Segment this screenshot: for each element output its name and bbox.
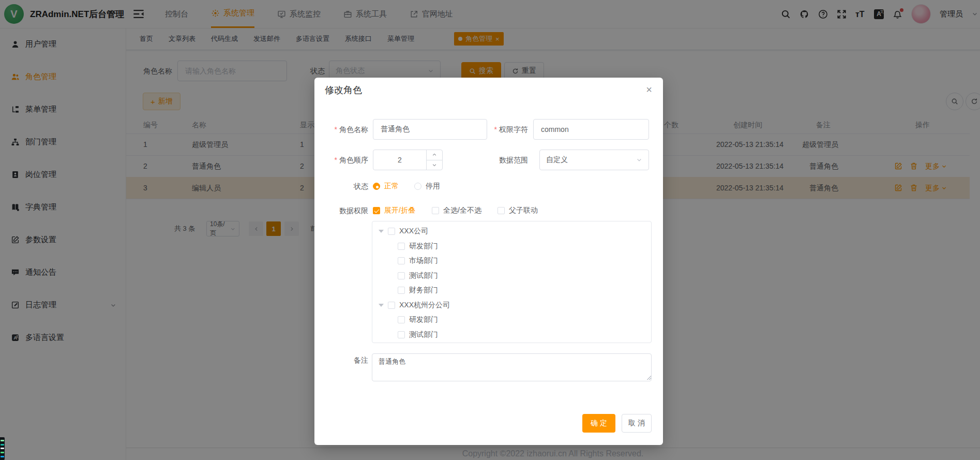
data-scope-value: 自定义 xyxy=(546,155,568,165)
tree-node-label: 市场部门 xyxy=(409,256,438,265)
tree-expand-icon[interactable] xyxy=(379,304,384,307)
dialog-role-name-field[interactable] xyxy=(380,125,480,134)
devtools-stripe xyxy=(1,452,4,453)
tree-node-label: 测试部门 xyxy=(409,271,438,280)
devtools-stripe xyxy=(1,456,4,457)
checkbox-box[interactable] xyxy=(398,316,405,323)
checkbox-expand-collapse[interactable]: 展开/折叠 xyxy=(373,206,432,215)
radio-disabled[interactable]: 停用 xyxy=(414,182,440,191)
checkbox-label: 父子联动 xyxy=(509,206,538,215)
checkbox-box[interactable] xyxy=(398,331,405,338)
data-scope-label: 数据范围 xyxy=(481,150,528,170)
tree-node[interactable]: XXX杭州分公司 xyxy=(372,298,651,313)
tree-node[interactable]: XXX公司 xyxy=(372,224,651,239)
tree-node[interactable]: 研发部门 xyxy=(372,313,651,328)
radio-dot xyxy=(414,183,421,190)
status-label: 状态 xyxy=(322,176,368,197)
tree-node-label: 研发部门 xyxy=(409,242,438,251)
tree-node[interactable]: 测试部门 xyxy=(372,328,651,343)
data-perm-options: 展开/折叠 全选/全不选 父子联动 xyxy=(373,200,538,221)
tree-node[interactable]: 财务部门 xyxy=(372,283,651,298)
checkbox-box[interactable] xyxy=(388,228,395,235)
stepper-controls xyxy=(426,150,442,170)
checkbox-select-all[interactable]: 全选/全不选 xyxy=(432,206,497,215)
role-sort-label: 角色顺序 xyxy=(322,150,368,170)
radio-label: 正常 xyxy=(384,182,399,191)
radio-normal[interactable]: 正常 xyxy=(373,182,399,191)
dialog-title: 修改角色 xyxy=(325,84,362,96)
role-sort-value[interactable]: 2 xyxy=(373,150,426,170)
stepper-down-button[interactable] xyxy=(427,160,442,170)
dialog-role-name-input[interactable] xyxy=(373,119,487,140)
department-tree: XXX公司 研发部门 市场部门 测试部门 财务部门 XXX杭州分公司 xyxy=(372,221,652,343)
checkbox-box[interactable] xyxy=(398,272,405,279)
tree-node-label: 测试部门 xyxy=(409,330,438,339)
tree-node-label: 研发部门 xyxy=(409,315,438,324)
checkbox-box xyxy=(373,207,380,214)
role-name-label: 角色名称 xyxy=(322,119,368,140)
checkbox-label: 展开/折叠 xyxy=(384,206,415,215)
remark-textarea[interactable]: 普通角色 xyxy=(372,353,652,381)
confirm-button[interactable]: 确 定 xyxy=(582,414,615,433)
devtools-stripe xyxy=(1,440,4,441)
tree-node-label: XXX杭州分公司 xyxy=(399,301,450,310)
checkbox-box[interactable] xyxy=(398,257,405,264)
checkbox-box xyxy=(497,207,505,214)
devtools-widget[interactable] xyxy=(0,437,5,460)
tree-node[interactable]: 研发部门 xyxy=(372,239,651,254)
checkbox-box[interactable] xyxy=(388,302,395,309)
tree-expand-icon[interactable] xyxy=(379,230,384,233)
cancel-button[interactable]: 取 消 xyxy=(622,414,652,433)
devtools-stripe xyxy=(1,444,4,446)
checkbox-box[interactable] xyxy=(398,287,405,294)
devtools-stripe xyxy=(1,448,4,449)
app-root: V ZRAdmin.NET后台管理 控制台 系统管理 系统监控 xyxy=(0,0,980,460)
checkbox-box xyxy=(432,207,439,214)
role-key-label: 权限字符 xyxy=(481,119,528,140)
data-scope-select[interactable]: 自定义 xyxy=(539,150,649,170)
checkbox-parent-child-link[interactable]: 父子联动 xyxy=(497,206,538,215)
dialog-role-key-field[interactable] xyxy=(540,125,642,134)
role-sort-stepper[interactable]: 2 xyxy=(373,150,443,170)
close-icon[interactable]: × xyxy=(644,85,654,94)
radio-dot xyxy=(373,183,380,190)
chevron-down-icon xyxy=(636,157,642,163)
tree-node-label: XXX公司 xyxy=(399,227,428,236)
stepper-up-button[interactable] xyxy=(427,150,442,160)
tree-node[interactable]: 市场部门 xyxy=(372,254,651,269)
status-radio-group: 正常 停用 xyxy=(373,176,440,197)
data-perm-label: 数据权限 xyxy=(322,200,368,221)
tree-node[interactable]: 测试部门 xyxy=(372,269,651,284)
checkbox-box[interactable] xyxy=(398,243,405,250)
dialog-role-key-input[interactable] xyxy=(533,119,649,140)
checkbox-label: 全选/全不选 xyxy=(443,206,481,215)
radio-label: 停用 xyxy=(426,182,440,191)
edit-role-dialog: 修改角色 × 角色名称 权限字符 角色顺序 2 数据范围 自定义 状态 xyxy=(314,78,663,445)
tree-node-label: 财务部门 xyxy=(409,286,438,295)
remark-label: 备注 xyxy=(322,350,368,370)
